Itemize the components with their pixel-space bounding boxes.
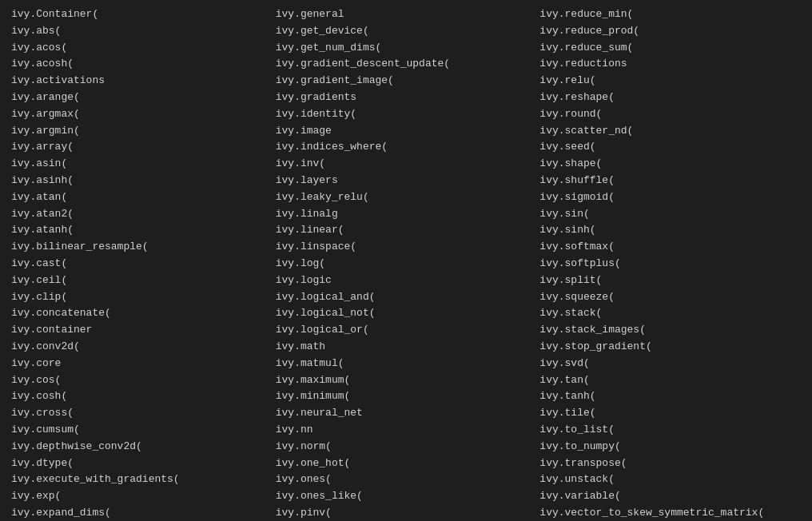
list-item[interactable]: ivy.sinh( xyxy=(538,222,802,239)
list-item[interactable]: ivy.inv( xyxy=(274,156,539,173)
list-item[interactable]: ivy.layers xyxy=(274,173,539,189)
list-item[interactable]: ivy.acosh( xyxy=(10,56,274,73)
list-item[interactable]: ivy.logical_not( xyxy=(274,305,539,322)
main-content: ivy.Container(ivy.abs(ivy.acos(ivy.acosh… xyxy=(10,6,802,521)
list-item[interactable]: ivy.reduce_prod( xyxy=(538,23,802,40)
list-item[interactable]: ivy.arange( xyxy=(10,89,274,106)
list-item[interactable]: ivy.relu( xyxy=(538,73,802,89)
list-item[interactable]: ivy.acos( xyxy=(10,40,274,57)
list-item[interactable]: ivy.ones_like( xyxy=(274,488,539,505)
list-item[interactable]: ivy.reshape( xyxy=(538,89,802,106)
list-item[interactable]: ivy.leaky_relu( xyxy=(274,189,539,206)
list-item[interactable]: ivy.ones( xyxy=(274,471,539,488)
list-item[interactable]: ivy.one_hot( xyxy=(274,455,539,472)
list-item[interactable]: ivy.shape( xyxy=(538,156,802,173)
column-1: ivy.Container(ivy.abs(ivy.acos(ivy.acosh… xyxy=(10,6,274,521)
list-item[interactable]: ivy.maximum( xyxy=(274,372,539,389)
list-item[interactable]: ivy.atan( xyxy=(10,189,274,206)
list-item[interactable]: ivy.array( xyxy=(10,139,274,156)
list-item[interactable]: ivy.softmax( xyxy=(538,239,802,256)
list-item[interactable]: ivy.bilinear_resample( xyxy=(10,239,274,256)
column-3: ivy.reduce_min(ivy.reduce_prod(ivy.reduc… xyxy=(538,6,802,521)
list-item[interactable]: ivy.vector_to_skew_symmetric_matrix( xyxy=(538,505,802,521)
list-item[interactable]: ivy.logic xyxy=(274,272,539,289)
list-item[interactable]: ivy.softplus( xyxy=(538,256,802,272)
list-item[interactable]: ivy.cos( xyxy=(10,372,274,389)
list-item[interactable]: ivy.abs( xyxy=(10,23,274,40)
list-item[interactable]: ivy.cast( xyxy=(10,256,274,272)
list-item[interactable]: ivy.shuffle( xyxy=(538,173,802,189)
list-item[interactable]: ivy.indices_where( xyxy=(274,139,539,156)
list-item[interactable]: ivy.neural_net xyxy=(274,405,539,422)
list-item[interactable]: ivy.svd( xyxy=(538,356,802,372)
list-item[interactable]: ivy.asin( xyxy=(10,156,274,173)
list-item[interactable]: ivy.stop_gradient( xyxy=(538,339,802,356)
list-item[interactable]: ivy.to_list( xyxy=(538,422,802,439)
list-item[interactable]: ivy.logical_or( xyxy=(274,322,539,339)
list-item[interactable]: ivy.Container( xyxy=(10,6,274,23)
list-item[interactable]: ivy.linalg xyxy=(274,206,539,223)
list-item[interactable]: ivy.variable( xyxy=(538,488,802,505)
list-item[interactable]: ivy.math xyxy=(274,339,539,356)
list-item[interactable]: ivy.split( xyxy=(538,272,802,289)
list-item[interactable]: ivy.matmul( xyxy=(274,356,539,372)
list-item[interactable]: ivy.reductions xyxy=(538,56,802,73)
list-item[interactable]: ivy.clip( xyxy=(10,289,274,306)
list-item[interactable]: ivy.gradient_image( xyxy=(274,73,539,89)
list-item[interactable]: ivy.minimum( xyxy=(274,388,539,405)
list-item[interactable]: ivy.get_device( xyxy=(274,23,539,40)
list-item[interactable]: ivy.norm( xyxy=(274,439,539,455)
list-item[interactable]: ivy.scatter_nd( xyxy=(538,123,802,140)
list-item[interactable]: ivy.execute_with_gradients( xyxy=(10,471,274,488)
list-item[interactable]: ivy.gradient_descent_update( xyxy=(274,56,539,73)
list-item[interactable]: ivy.argmin( xyxy=(10,123,274,140)
list-item[interactable]: ivy.linspace( xyxy=(274,239,539,256)
list-item[interactable]: ivy.tanh( xyxy=(538,388,802,405)
list-item[interactable]: ivy.logical_and( xyxy=(274,289,539,306)
list-item[interactable]: ivy.log( xyxy=(274,256,539,272)
list-item[interactable]: ivy.cumsum( xyxy=(10,422,274,439)
list-item[interactable]: ivy.argmax( xyxy=(10,106,274,123)
list-item[interactable]: ivy.asinh( xyxy=(10,173,274,189)
list-item[interactable]: ivy.tile( xyxy=(538,405,802,422)
list-item[interactable]: ivy.cosh( xyxy=(10,388,274,405)
list-item[interactable]: ivy.conv2d( xyxy=(10,339,274,356)
list-item[interactable]: ivy.tan( xyxy=(538,372,802,389)
list-item[interactable]: ivy.image xyxy=(274,123,539,140)
list-item[interactable]: ivy.pinv( xyxy=(274,505,539,521)
list-item[interactable]: ivy.gradients xyxy=(274,89,539,106)
list-item[interactable]: ivy.atanh( xyxy=(10,222,274,239)
list-item[interactable]: ivy.seed( xyxy=(538,139,802,156)
list-item[interactable]: ivy.dtype( xyxy=(10,455,274,472)
list-item[interactable]: ivy.reduce_min( xyxy=(538,6,802,23)
list-item[interactable]: ivy.linear( xyxy=(274,222,539,239)
list-item[interactable]: ivy.transpose( xyxy=(538,455,802,472)
list-item[interactable]: ivy.container xyxy=(10,322,274,339)
list-item[interactable]: ivy.ceil( xyxy=(10,272,274,289)
list-item[interactable]: ivy.identity( xyxy=(274,106,539,123)
list-item[interactable]: ivy.depthwise_conv2d( xyxy=(10,439,274,455)
list-item[interactable]: ivy.get_num_dims( xyxy=(274,40,539,57)
list-item[interactable]: ivy.round( xyxy=(538,106,802,123)
list-item[interactable]: ivy.stack( xyxy=(538,305,802,322)
list-item[interactable]: ivy.concatenate( xyxy=(10,305,274,322)
list-item[interactable]: ivy.sin( xyxy=(538,206,802,223)
list-item[interactable]: ivy.activations xyxy=(10,73,274,89)
column-2: ivy.generalivy.get_device(ivy.get_num_di… xyxy=(274,6,539,521)
list-item[interactable]: ivy.stack_images( xyxy=(538,322,802,339)
list-item[interactable]: ivy.atan2( xyxy=(10,206,274,223)
list-item[interactable]: ivy.expand_dims( xyxy=(10,505,274,521)
list-item[interactable]: ivy.exp( xyxy=(10,488,274,505)
list-item[interactable]: ivy.sigmoid( xyxy=(538,189,802,206)
list-item[interactable]: ivy.nn xyxy=(274,422,539,439)
list-item[interactable]: ivy.to_numpy( xyxy=(538,439,802,455)
list-item[interactable]: ivy.general xyxy=(274,6,539,23)
list-item[interactable]: ivy.cross( xyxy=(10,405,274,422)
list-item[interactable]: ivy.squeeze( xyxy=(538,289,802,306)
list-item[interactable]: ivy.core xyxy=(10,356,274,372)
list-item[interactable]: ivy.reduce_sum( xyxy=(538,40,802,57)
list-item[interactable]: ivy.unstack( xyxy=(538,471,802,488)
